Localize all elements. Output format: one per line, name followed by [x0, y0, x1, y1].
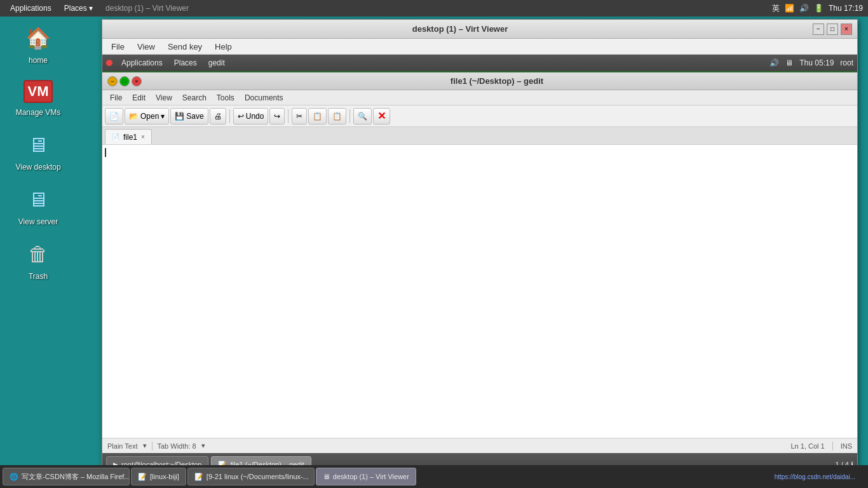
host-task-linux-biji[interactable]: 📝 [linux-biji]: [131, 468, 186, 485]
guest-audio-icon: 🔊: [770, 58, 779, 67]
gedit-copy-button[interactable]: 📋: [308, 108, 327, 125]
virt-content: Applications Places gedit 🔊 🖥 Thu 05:19 …: [102, 55, 857, 476]
linux-docs-label: [9-21 linux (~/Documents/linux-...: [207, 473, 309, 480]
desktop-icon-view-desktop[interactable]: 🖥 View desktop: [13, 130, 64, 172]
paste-icon: 📋: [332, 112, 342, 121]
linux-biji-label: [linux-biji]: [150, 473, 179, 480]
gedit-statusbar: Plain Text ▾ Tab Width: 8 ▾ Ln 1, Col 1 …: [102, 438, 857, 453]
gedit-minimize-button[interactable]: −: [107, 76, 118, 86]
guest-screen-icon: 🖥: [785, 58, 793, 67]
gedit-tab-file1[interactable]: 📄 file1 ×: [105, 129, 152, 144]
gedit-new-button[interactable]: 📄: [105, 108, 123, 125]
host-battery-icon: 🔋: [814, 4, 824, 13]
open-dropdown-icon: ▾: [161, 112, 165, 121]
desktop-icon-home[interactable]: 🏠 home: [13, 23, 64, 65]
print-icon: 🖨: [214, 112, 222, 121]
plain-text-label[interactable]: Plain Text: [107, 442, 138, 450]
host-taskbar: 🌐 写文章-CSDN博客 – Mozilla Firef... 📝 [linux…: [0, 465, 868, 488]
virt-menu-sendkey[interactable]: Send key: [161, 41, 208, 53]
linux-docs-icon: 📝: [194, 473, 203, 481]
file-tab-label: file1: [123, 133, 137, 142]
redo-icon: ↪: [274, 112, 280, 121]
gedit-menu-file[interactable]: File: [105, 92, 127, 104]
gedit-menu-view[interactable]: View: [151, 92, 177, 104]
gedit-undo-button[interactable]: ↩ Undo: [233, 108, 269, 125]
gedit-menu-edit[interactable]: Edit: [127, 92, 151, 104]
desktop-icon-view-server[interactable]: 🖥 View server: [13, 184, 64, 226]
gedit-open-button[interactable]: 📂 Open ▾: [125, 108, 169, 125]
toolbar-sep-3: [349, 109, 350, 123]
save-label: Save: [186, 112, 203, 121]
host-task-virt-viewer[interactable]: 🖥 desktop (1) – Virt Viewer: [316, 468, 416, 485]
virt-menu-help[interactable]: Help: [208, 41, 238, 53]
host-task-linux-docs[interactable]: 📝 [9-21 linux (~/Documents/linux-...: [187, 468, 315, 485]
gedit-maximize-button[interactable]: □: [119, 76, 130, 86]
mode-label: INS: [841, 442, 852, 450]
host-audio-icon: 🔊: [799, 4, 809, 13]
host-taskbar-right: https://blog.csdn.net/daidai...: [775, 473, 865, 480]
host-topbar: Applications Places ▾ desktop (1) – Virt…: [0, 0, 868, 17]
gedit-menu-documents[interactable]: Documents: [240, 92, 288, 104]
file-tab-close-button[interactable]: ×: [141, 133, 145, 140]
file-tab-icon: 📄: [112, 133, 119, 140]
trash-icon: 🗑: [23, 239, 53, 269]
gedit-editor-area[interactable]: [102, 145, 857, 438]
desktop-icon-trash[interactable]: 🗑 Trash: [13, 239, 64, 281]
gedit-print-button[interactable]: 🖨: [210, 108, 226, 125]
gedit-paste-button[interactable]: 📋: [328, 108, 346, 125]
host-task-firefox[interactable]: 🌐 写文章-CSDN博客 – Mozilla Firef...: [3, 468, 130, 485]
firefox-label: 写文章-CSDN博客 – Mozilla Firef...: [22, 472, 130, 482]
gedit-window: − □ × file1 (~/Desktop) – gedit File Edi…: [102, 72, 857, 453]
guest-places-menu[interactable]: Places: [169, 57, 202, 69]
gedit-editor[interactable]: [102, 145, 857, 438]
host-window-title: desktop (1) – Virt Viewer: [100, 3, 194, 14]
replace-icon: ✕: [377, 110, 386, 122]
guest-topbar-left: Applications Places gedit: [106, 57, 230, 69]
guest-topbar-right: 🔊 🖥 Thu 05:19 root: [770, 58, 853, 67]
cursor: [105, 148, 106, 157]
toolbar-sep-2: [288, 109, 288, 123]
virt-menubar: File View Send key Help: [102, 39, 857, 55]
new-file-icon: 📄: [109, 112, 119, 121]
virt-window-title: desktop (1) – Virt Viewer: [107, 24, 813, 34]
host-wifi-icon: 📶: [785, 4, 794, 13]
gedit-menu-search[interactable]: Search: [177, 92, 212, 104]
guest-applications-menu[interactable]: Applications: [116, 57, 168, 69]
gedit-menu-tools[interactable]: Tools: [212, 92, 240, 104]
home-icon: 🏠: [23, 23, 53, 53]
desktop-icons: 🏠 home VM Manage VMs 🖥 View desktop 🖥 Vi…: [13, 23, 64, 281]
virt-maximize-button[interactable]: □: [827, 24, 838, 35]
tab-width-dropdown-icon[interactable]: ▾: [201, 442, 205, 450]
gedit-find-button[interactable]: 🔍: [353, 108, 372, 125]
manage-vms-icon: VM: [24, 80, 53, 103]
gedit-replace-button[interactable]: ✕: [373, 108, 390, 125]
host-places-menu[interactable]: Places ▾: [59, 3, 98, 14]
gedit-save-button[interactable]: 💾 Save: [170, 108, 208, 125]
desktop-icon-manage-vms[interactable]: VM Manage VMs: [13, 78, 64, 117]
virt-win-controls: − □ ×: [813, 24, 852, 35]
view-server-icon: 🖥: [23, 184, 53, 215]
host-desktop: Applications Places ▾ desktop (1) – Virt…: [0, 0, 868, 488]
virt-menu-view[interactable]: View: [131, 41, 161, 53]
virt-viewer-taskbar-icon: 🖥: [323, 473, 330, 480]
guest-topbar: Applications Places gedit 🔊 🖥 Thu 05:19 …: [102, 55, 857, 71]
gedit-close-button[interactable]: ×: [132, 76, 142, 86]
virt-close-button[interactable]: ×: [841, 24, 852, 35]
guest-time: Thu 05:19: [799, 58, 834, 67]
host-applications-menu[interactable]: Applications: [5, 3, 57, 14]
virt-menu-file[interactable]: File: [105, 41, 131, 53]
firefox-icon: 🌐: [10, 473, 18, 481]
toolbar-sep-1: [229, 109, 230, 123]
guest-gedit-menu[interactable]: gedit: [203, 57, 230, 69]
virt-titlebar: desktop (1) – Virt Viewer − □ ×: [102, 20, 857, 39]
tab-width-label[interactable]: Tab Width: 8: [158, 442, 196, 450]
gedit-redo-button[interactable]: ↪: [269, 108, 285, 125]
gedit-cut-button[interactable]: ✂: [292, 108, 307, 125]
gedit-title: file1 (~/Desktop) – gedit: [142, 76, 852, 86]
gedit-titlebar: − □ × file1 (~/Desktop) – gedit: [102, 72, 857, 90]
gedit-win-controls: − □ ×: [107, 76, 142, 86]
virt-viewer-window: desktop (1) – Virt Viewer − □ × File Vie…: [102, 19, 858, 477]
virt-minimize-button[interactable]: −: [813, 24, 824, 35]
view-desktop-icon: 🖥: [23, 130, 53, 160]
plain-text-dropdown-icon[interactable]: ▾: [143, 442, 147, 450]
